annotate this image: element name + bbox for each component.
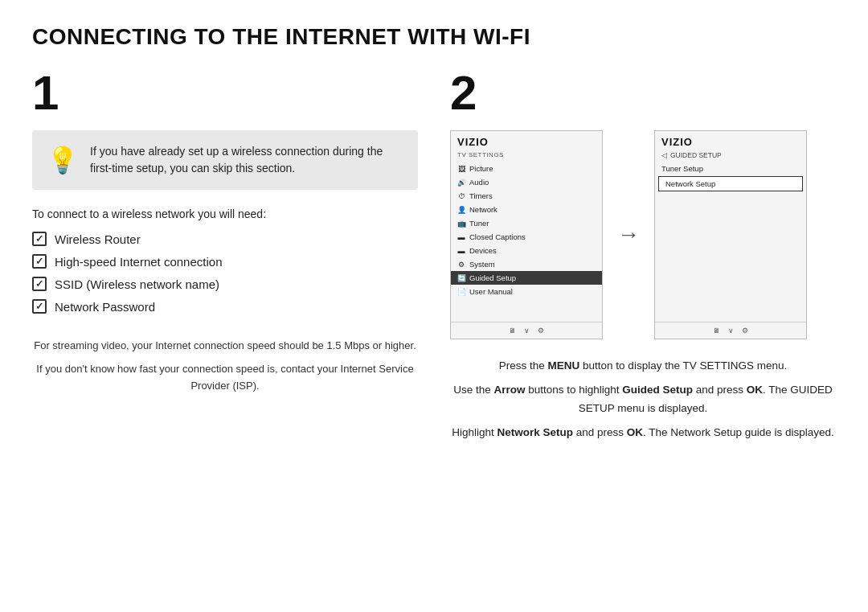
tv-menu-timers: ⏱ Timers (451, 189, 602, 203)
system-icon: ⚙ (457, 261, 465, 269)
tv-screens-row: VIZIO TV SETTINGS 🖼 Picture 🔊 Audio ⏱ Ti… (450, 130, 836, 339)
guided-setup-icon: 🔄 (457, 274, 465, 282)
checklist-item-4: Network Password (55, 300, 155, 314)
check-icon-2 (32, 254, 47, 269)
page-title: CONNECTING TO THE INTERNET WITH Wi-Fi (32, 24, 836, 50)
back-arrow-icon: ◁ (661, 151, 667, 159)
checklist-item-1: Wireless Router (55, 232, 141, 246)
step2-description: Press the MENU button to display the TV … (450, 357, 836, 442)
devices-icon: ▬ (457, 247, 465, 255)
arrow-separator: → (617, 222, 640, 248)
tv-bottom-bar-right: 🖥 ∨ ⚙ (655, 322, 806, 339)
list-item: Network Password (32, 299, 418, 314)
timers-icon: ⏱ (457, 192, 465, 200)
list-item: SSID (Wireless network name) (32, 277, 418, 291)
tv-menu-guided-setup: 🔄 Guided Setup (451, 271, 602, 285)
list-item: High-speed Internet connection (32, 254, 418, 269)
check-icon-3 (32, 277, 47, 291)
tv-guided-tuner: Tuner Setup (655, 162, 806, 175)
audio-icon: 🔊 (457, 179, 465, 187)
tv-menu-network: 👤 Network (451, 203, 602, 216)
need-list-title: To connect to a wireless network you wil… (32, 207, 418, 220)
tv-menu-picture: 🖼 Picture (451, 162, 602, 175)
step2-desc-2: Use the Arrow buttons to highlight Guide… (450, 381, 836, 417)
tv-menu-audio: 🔊 Audio (451, 175, 602, 189)
tv-brand-right: VIZIO (655, 131, 806, 150)
tv-menu-user-manual: 📄 User Manual (451, 285, 602, 298)
step2-column: 2 VIZIO TV SETTINGS 🖼 Picture 🔊 Audio ⏱ … (450, 69, 836, 448)
tv-menu-captions: ▬ Closed Captions (451, 230, 602, 244)
check-icon-1 (32, 232, 47, 246)
bottom-down-icon-r: ∨ (728, 327, 734, 335)
tv-menu-system: ⚙ System (451, 257, 602, 271)
info-box: 💡 If you have already set up a wireless … (32, 130, 418, 190)
checklist: Wireless Router High-speed Internet conn… (32, 232, 418, 314)
step2-desc-1: Press the MENU button to display the TV … (450, 357, 836, 375)
tv-menu-devices: ▬ Devices (451, 244, 602, 257)
tv-screen-guided: VIZIO ◁ GUIDED SETUP Tuner Setup Network… (654, 130, 807, 339)
step2-number: 2 (450, 69, 836, 117)
tv-guided-network: Network Setup (658, 176, 803, 191)
tv-guided-header: ◁ GUIDED SETUP (655, 150, 806, 162)
list-item: Wireless Router (32, 232, 418, 246)
bottom-down-icon: ∨ (524, 327, 530, 335)
tv-section-left: TV SETTINGS (451, 150, 602, 162)
footnotes: For streaming video, your Internet conne… (32, 338, 418, 394)
step1-column: 1 💡 If you have already set up a wireles… (32, 69, 418, 448)
bottom-gear-icon-r: ⚙ (742, 327, 748, 335)
lightbulb-icon: 💡 (47, 145, 79, 175)
check-icon-4 (32, 299, 47, 314)
footnote-2: If you don't know how fast your connecti… (32, 361, 418, 395)
step2-desc-3: Highlight Network Setup and press OK. Th… (450, 424, 836, 442)
network-icon: 👤 (457, 206, 465, 214)
bottom-screen-icon: 🖥 (509, 327, 516, 335)
checklist-item-3: SSID (Wireless network name) (55, 277, 219, 291)
tv-bottom-bar-left: 🖥 ∨ ⚙ (451, 322, 602, 339)
tv-menu-tuner: 📺 Tuner (451, 216, 602, 230)
footnote-1: For streaming video, your Internet conne… (32, 338, 418, 355)
picture-icon: 🖼 (457, 165, 465, 173)
captions-icon: ▬ (457, 233, 465, 241)
tv-brand-left: VIZIO (451, 131, 602, 150)
checklist-item-2: High-speed Internet connection (55, 255, 222, 269)
bottom-gear-icon: ⚙ (538, 327, 544, 335)
bottom-screen-icon-r: 🖥 (713, 327, 720, 335)
manual-icon: 📄 (457, 288, 465, 296)
info-box-text: If you have already set up a wireless co… (90, 143, 403, 177)
tuner-icon: 📺 (457, 220, 465, 228)
step1-number: 1 (32, 69, 418, 117)
tv-screen-settings: VIZIO TV SETTINGS 🖼 Picture 🔊 Audio ⏱ Ti… (450, 130, 603, 339)
